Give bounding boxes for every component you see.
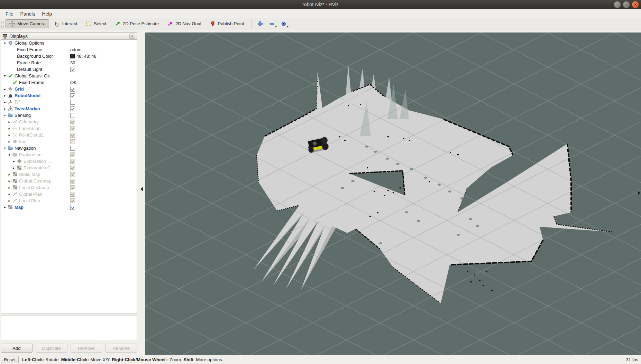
tree-row-value[interactable] [70, 185, 75, 190]
tree-row-odometry[interactable]: ▸Odometry [1, 119, 137, 125]
tool-focus-camera[interactable]: ▾ [278, 19, 289, 28]
tree-row-value[interactable] [70, 172, 75, 177]
menu-file[interactable]: File [2, 10, 17, 18]
expander-open-icon[interactable]: ▾ [7, 153, 11, 157]
toolbar-drag-handle[interactable] [1, 20, 4, 28]
tree-row-fixed-frame[interactable]: Fixed Frameodom [1, 46, 137, 53]
tree-row-value[interactable] [70, 166, 75, 170]
tree-row-value[interactable] [70, 67, 75, 72]
close-button[interactable]: ✕ [632, 1, 639, 8]
expander-closed-icon[interactable]: ▸ [7, 133, 11, 137]
expander-closed-icon[interactable]: ▸ [3, 107, 7, 111]
tool-publish-point[interactable]: Publish Point [206, 19, 248, 28]
enabled-checkbox[interactable] [70, 87, 75, 92]
tree-row-grid[interactable]: ▸Grid [1, 86, 137, 92]
tree-row-global-status-ok[interactable]: ▾Global Status: Ok [1, 73, 137, 79]
tree-row-value[interactable] [70, 146, 75, 151]
tree-row-default-light[interactable]: Default Light [1, 66, 137, 73]
tree-row-exploration[interactable]: ▾Exploration [1, 151, 137, 158]
tool-2d-nav-goal[interactable]: 2D Nav Goal [164, 19, 204, 28]
splitter-collapse-left-icon[interactable] [140, 187, 143, 191]
enabled-checkbox[interactable] [70, 113, 75, 118]
expander-closed-icon[interactable]: ▸ [7, 172, 11, 176]
tree-row-exploration-c-[interactable]: ▸Exploration C... [1, 165, 137, 171]
tree-row-value[interactable] [70, 133, 75, 138]
tree-row-value[interactable] [70, 126, 75, 131]
minimize-button[interactable]: ─ [614, 1, 621, 8]
tree-row-map[interactable]: ▸Map [1, 204, 137, 211]
tree-row-background-color[interactable]: Background Color48; 48; 48 [1, 53, 137, 59]
tree-row-robotmodel[interactable]: ▸RobotModel [1, 92, 137, 99]
tool-zoom-in[interactable] [255, 19, 265, 28]
tree-row-value[interactable] [70, 100, 75, 105]
tree-row-global-costmap[interactable]: ▸Global Costmap [1, 178, 137, 184]
enabled-checkbox[interactable] [70, 106, 75, 111]
menu-panels[interactable]: Panels [17, 10, 39, 18]
displays-panel-header[interactable]: Displays ✕ [1, 33, 137, 40]
enabled-checkbox[interactable] [70, 146, 75, 151]
expander-open-icon[interactable]: ▾ [3, 41, 7, 45]
tree-row-value[interactable]: 48; 48; 48 [70, 54, 97, 59]
expander-closed-icon[interactable]: ▸ [7, 127, 11, 130]
add-button[interactable]: Add [1, 344, 33, 353]
enabled-checkbox[interactable] [70, 93, 75, 98]
reset-button[interactable]: Reset [1, 356, 19, 363]
tree-row-value[interactable] [70, 192, 75, 197]
expander-closed-icon[interactable]: ▸ [3, 94, 7, 97]
tool-move-camera[interactable]: Move Camera [6, 19, 49, 28]
tree-row-static-map[interactable]: ▸Static Map [1, 171, 137, 178]
expander-closed-icon[interactable]: ▸ [7, 140, 11, 143]
menu-help[interactable]: Help [38, 10, 55, 18]
tree-row-pointcloud2[interactable]: ▸PointCloud2 [1, 132, 137, 138]
tree-row-value[interactable] [70, 139, 75, 144]
tree-row-value[interactable] [70, 87, 75, 92]
enabled-checkbox[interactable] [70, 100, 75, 105]
tree-row-twistmarker[interactable]: ▸TwistMarker [1, 105, 137, 112]
tree-row-local-costmap[interactable]: ▸Local Costmap [1, 184, 137, 191]
tree-row-global-plan[interactable]: ▸Global Plan [1, 191, 137, 197]
enabled-checkbox[interactable] [70, 205, 75, 210]
tool-zoom-out[interactable]: ▾ [267, 19, 277, 28]
expander-closed-icon[interactable]: ▸ [12, 159, 16, 163]
tool-interact[interactable]: Interact [51, 19, 81, 28]
expander-closed-icon[interactable]: ▸ [7, 179, 11, 183]
tree-row-value[interactable] [70, 113, 75, 118]
enabled-checkbox[interactable] [70, 67, 75, 72]
tree-row-frame-rate[interactable]: Frame Rate30 [1, 59, 137, 66]
tree-row-tf[interactable]: ▸TF [1, 99, 137, 105]
expander-closed-icon[interactable]: ▸ [3, 87, 7, 91]
3d-viewport[interactable] [145, 32, 641, 355]
expander-closed-icon[interactable]: ▸ [3, 205, 7, 209]
expander-closed-icon[interactable]: ▸ [7, 199, 11, 203]
render-view[interactable] [145, 32, 641, 355]
tree-row-value[interactable] [70, 198, 75, 203]
tree-row-value[interactable] [70, 179, 75, 184]
tree-row-value[interactable] [70, 159, 75, 164]
tree-row-fixed-frame[interactable]: Fixed FrameOK [1, 79, 137, 86]
expander-closed-icon[interactable]: ▸ [7, 186, 11, 189]
expander-closed-icon[interactable]: ▸ [7, 120, 11, 124]
splitter-collapse-right-icon[interactable] [638, 191, 640, 195]
expander-open-icon[interactable]: ▾ [3, 113, 7, 117]
panel-close-icon[interactable]: ✕ [129, 34, 135, 39]
tree-row-value[interactable] [70, 120, 75, 124]
tree-row-value[interactable] [70, 152, 75, 157]
tool-2d-pose-estimate[interactable]: 2D Pose Estimate [111, 19, 162, 28]
tree-row-exploration-[interactable]: ▸Exploration ... [1, 158, 137, 165]
expander-closed-icon[interactable]: ▸ [12, 166, 16, 170]
maximize-button[interactable]: ▫ [623, 1, 630, 8]
tree-row-imu[interactable]: ▸Imu [1, 138, 137, 145]
tree-row-value[interactable] [70, 93, 75, 98]
expander-closed-icon[interactable]: ▸ [7, 192, 11, 196]
tree-row-local-plan[interactable]: ▸Local Plan [1, 197, 137, 204]
tree-row-laserscan[interactable]: ▸LaserScan [1, 125, 137, 132]
tree-row-value[interactable] [70, 106, 75, 111]
tool-select[interactable]: Select [82, 19, 110, 28]
tree-row-value[interactable] [70, 205, 75, 210]
expander-open-icon[interactable]: ▾ [3, 74, 7, 78]
tree-row-global-options[interactable]: ▾Global Options [1, 40, 137, 46]
title-bar[interactable]: robot.rviz* - RViz ─▫✕ [0, 0, 641, 9]
tree-row-navigation[interactable]: ▾Navigation [1, 145, 137, 151]
expander-closed-icon[interactable]: ▸ [3, 100, 7, 104]
tree-row-sensing[interactable]: ▾Sensing [1, 112, 137, 119]
